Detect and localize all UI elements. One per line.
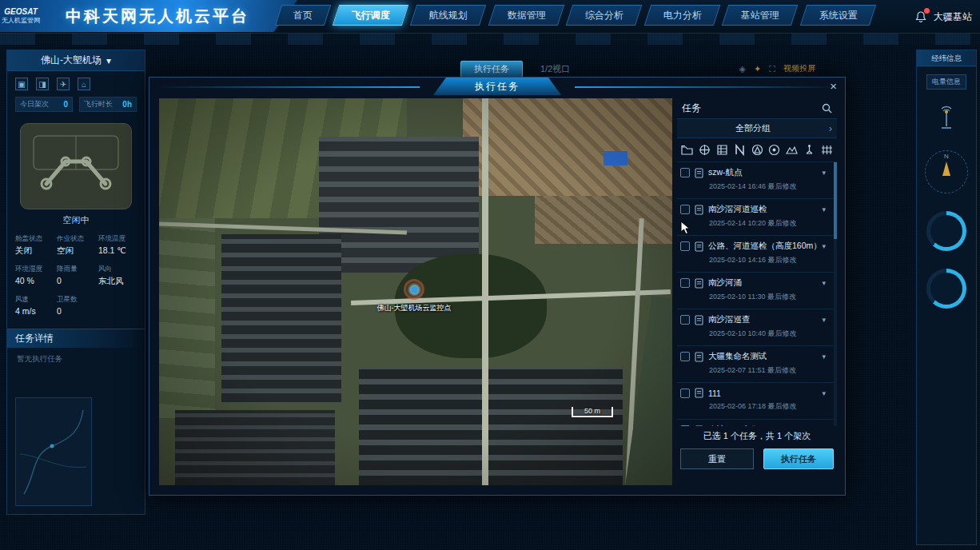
speed-gauge [926, 269, 966, 309]
notification-badge [924, 8, 930, 14]
chevron-right-icon: › [829, 123, 837, 134]
modal-header: 执行任务 × [149, 78, 845, 97]
task-checkbox[interactable] [680, 278, 690, 288]
nav-tab-home[interactable]: 首页 [275, 5, 331, 26]
dock-illustration [20, 123, 132, 209]
task-item-0[interactable]: szw-航点 ▾ 2025-02-14 16:46 最后修改 [677, 162, 837, 199]
dock-icon[interactable]: ⌂ [78, 78, 90, 90]
video-cast-label[interactable]: 视频投屏 [783, 63, 815, 74]
terrain-icon[interactable] [785, 143, 799, 157]
execute-task-modal: 执行任务 × 佛山-大塱机场云监控点 50 m 任务 全部分组 [149, 77, 846, 496]
grid-route-icon[interactable] [715, 143, 729, 157]
chevron-down-icon: ▾ [106, 55, 111, 66]
environment-stats: 舱盖状态关闭 作业状态空闲 环境温度18.1 ℃ 环境湿度40 % 降雨量0 风… [7, 228, 145, 322]
station-quick-icons: ▣ ◨ ✈ ⌂ [7, 71, 145, 94]
viewport-tab-split[interactable]: 1/2视口 [540, 63, 570, 75]
task-doc-icon [695, 352, 703, 362]
video-feed-icon[interactable]: ▣ [15, 78, 28, 90]
station-selector[interactable]: 佛山-大塱机场 ▾ [7, 50, 145, 71]
battery-info-button[interactable]: 电量信息 [926, 74, 966, 90]
task-item-1[interactable]: 南沙滘河道巡检 ▾ 2025-02-14 10:20 最后修改 [677, 199, 837, 236]
stat-cover: 舱盖状态关闭 [15, 234, 54, 257]
execute-task-button[interactable]: 执行任务 [763, 448, 834, 469]
airport-map-marker[interactable] [404, 279, 424, 300]
search-icon[interactable] [822, 103, 832, 114]
marker-dot [411, 286, 418, 293]
attitude-gauge [926, 211, 966, 251]
close-icon[interactable]: × [830, 79, 837, 93]
nav-tab-data-management[interactable]: 数据管理 [488, 5, 565, 26]
task-item-3[interactable]: 南沙河涌 ▾ 2025-02-10 11:30 最后修改 [677, 273, 837, 309]
expand-chevron-icon[interactable]: ▾ [822, 353, 829, 361]
nav-tab-station-management[interactable]: 基站管理 [722, 5, 799, 26]
task-checkbox[interactable] [680, 205, 690, 214]
header-decoration [0, 34, 980, 45]
telemetry-sidebar: 经纬信息 电量信息 N [916, 50, 977, 545]
task-item-5[interactable]: 大疆集命名测试 ▾ 2025-02-07 11:51 最后修改 [677, 346, 837, 383]
notification-bell-icon[interactable] [914, 10, 927, 23]
task-checkbox[interactable] [680, 168, 690, 177]
reset-button[interactable]: 重置 [680, 448, 754, 469]
orbit-icon[interactable] [698, 143, 711, 157]
marker-label: 佛山-大塱机场云监控点 [330, 303, 498, 313]
scrollbar-track[interactable] [834, 162, 837, 426]
task-checkbox[interactable] [680, 389, 690, 398]
layers-icon[interactable]: ◈ [739, 64, 746, 74]
viewport-tab-active[interactable]: 执行任务 [460, 61, 523, 78]
measure-icon[interactable]: ✦ [754, 64, 761, 74]
title-banner: GEOSAT 无人机监管网 中科天网无人机云平台 [0, 0, 297, 32]
app-title: 中科天网无人机云平台 [42, 6, 297, 27]
expand-chevron-icon[interactable]: ▾ [822, 316, 829, 324]
map-layers-icon[interactable]: ◨ [36, 78, 49, 90]
task-doc-icon [695, 168, 703, 178]
task-detail-header: 任务详情 [7, 329, 145, 348]
drone-icon[interactable]: ✈ [57, 78, 70, 90]
task-list[interactable]: szw-航点 ▾ 2025-02-14 16:46 最后修改 南沙滘河道巡检 ▾… [677, 162, 837, 426]
modal-title: 执行任务 [433, 78, 561, 95]
task-item-6[interactable]: 111 ▾ 2025-02-06 17:18 最后修改 [677, 383, 837, 420]
expand-chevron-icon[interactable]: ▾ [822, 169, 829, 177]
nav-tab-route-planning[interactable]: 航线规划 [410, 5, 487, 26]
stat-wind-speed: 风速4 m/s [15, 295, 54, 316]
expand-chevron-icon[interactable]: ▾ [822, 242, 829, 250]
sorties-chip: 今日架次 0 [15, 97, 73, 112]
compass-gauge: N [925, 150, 968, 193]
north-icon[interactable] [733, 143, 747, 157]
flight-time-chip: 飞行时长 0h [79, 97, 137, 112]
nav-tab-analysis[interactable]: 综合分析 [566, 5, 643, 26]
stat-wind-dir: 风向东北风 [98, 265, 137, 287]
task-doc-icon [695, 315, 703, 325]
fullscreen-icon[interactable]: ⛶ [769, 64, 775, 74]
logo-subtext: 无人机监管网 [2, 17, 40, 24]
expand-chevron-icon[interactable]: ▾ [822, 389, 829, 397]
expand-chevron-icon[interactable]: ▾ [822, 279, 829, 287]
task-item-2[interactable]: 公路、河道巡检（高度160m） ▾ 2025-02-10 14:16 最后修改 [677, 236, 837, 273]
nav-tab-settings[interactable]: 系统设置 [799, 5, 876, 26]
drone-route-icon[interactable] [803, 143, 816, 157]
satellite-map[interactable]: 佛山-大塱机场云监控点 50 m [159, 98, 672, 485]
nav-tab-flight-dispatch[interactable]: 飞行调度 [333, 5, 409, 26]
folder-icon[interactable] [680, 143, 694, 157]
current-station-label[interactable]: 大疆基站 [934, 10, 972, 24]
expand-chevron-icon[interactable]: ▾ [822, 205, 829, 213]
task-checkbox[interactable] [680, 425, 690, 426]
task-checkbox[interactable] [680, 352, 690, 361]
map-toolbar: ◈ ✦ ⛶ 视频投屏 [739, 63, 911, 74]
fence-icon[interactable] [820, 143, 834, 157]
stat-satellites: 卫星数0 [57, 295, 95, 316]
scrollbar-thumb[interactable] [834, 162, 837, 239]
mini-map[interactable] [15, 397, 92, 506]
mouse-cursor [680, 221, 693, 235]
task-checkbox[interactable] [680, 241, 690, 251]
top-header: GEOSAT 无人机监管网 中科天网无人机云平台 首页 飞行调度 航线规划 数据… [0, 0, 980, 34]
map-scale-bar: 50 m [572, 407, 613, 417]
task-doc-icon [695, 425, 703, 427]
compass-needle [942, 161, 950, 176]
warning-area-icon[interactable] [751, 143, 764, 157]
task-checkbox[interactable] [680, 315, 690, 325]
nav-tab-power-analysis[interactable]: 电力分析 [643, 5, 720, 26]
group-filter[interactable]: 全部分组 › [677, 119, 837, 138]
target-icon[interactable] [767, 143, 781, 157]
task-item-4[interactable]: 南沙滘巡查 ▾ 2025-02-10 10:40 最后修改 [677, 309, 837, 346]
task-item-7[interactable]: 南沙涌（变集） ▾ [677, 420, 837, 426]
